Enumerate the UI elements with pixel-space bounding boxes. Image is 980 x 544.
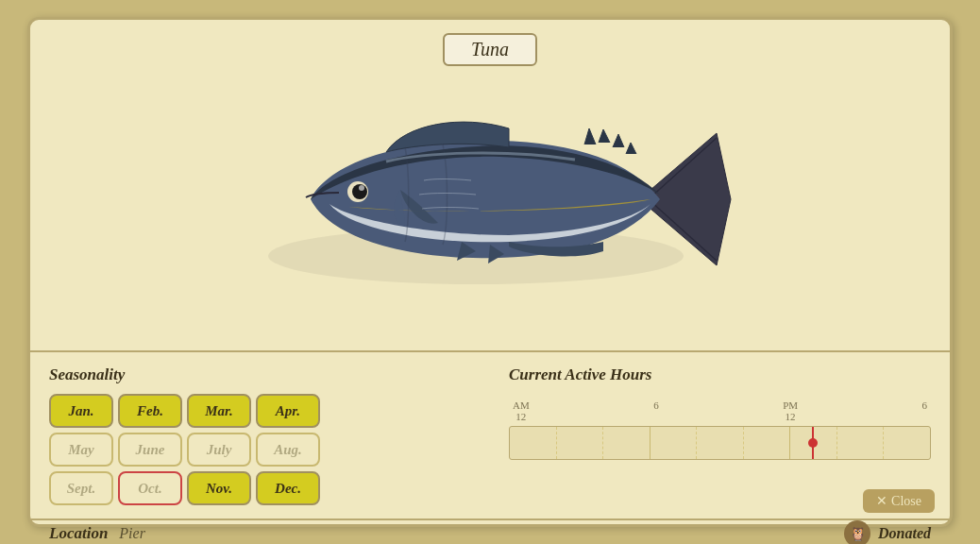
month-june: June: [118, 433, 182, 467]
donated-icon: 🦉: [844, 520, 870, 544]
month-feb: Feb.: [118, 394, 182, 428]
info-panel: Seasonality Jan. Feb. Mar. Apr. May June…: [30, 350, 950, 530]
hours-axis: AM12 6 PM12 6: [509, 400, 931, 422]
month-mar: Mar.: [187, 394, 251, 428]
fish-illustration: [216, 67, 764, 332]
month-apr: Apr.: [256, 394, 320, 428]
svg-point-3: [359, 185, 364, 191]
location-label: Location: [49, 524, 108, 543]
donated-text: Donated: [878, 525, 931, 542]
month-jan: Jan.: [49, 394, 113, 428]
month-may: May: [49, 433, 113, 467]
axis-6am: 6: [653, 400, 659, 422]
month-dec: Dec.: [256, 471, 320, 505]
fish-name-box: Tuna: [443, 33, 537, 66]
axis-am12: AM12: [513, 400, 530, 422]
month-sept: Sept.: [49, 471, 113, 505]
active-hours-title: Current Active Hours: [509, 366, 931, 384]
month-grid: Jan. Feb. Mar. Apr. May June July Aug.: [49, 394, 471, 505]
fish-name: Tuna: [471, 39, 509, 60]
tick-section-1: [510, 427, 651, 459]
hours-bar: [509, 426, 931, 460]
info-bottom: Location Pier 🦉 Donated: [30, 518, 950, 544]
fish-name-container: Tuna: [443, 33, 537, 66]
seasonality-section: Seasonality Jan. Feb. Mar. Apr. May June…: [49, 366, 471, 505]
month-oct: Oct.: [118, 471, 182, 505]
month-nov: Nov.: [187, 471, 251, 505]
hours-chart: AM12 6 PM12 6: [509, 400, 931, 466]
tick-overlay: [510, 427, 930, 459]
month-july: July: [187, 433, 251, 467]
location-value: Pier: [119, 525, 844, 542]
axis-6pm: 6: [922, 400, 928, 422]
month-aug: Aug.: [256, 433, 320, 467]
time-dot: [808, 438, 818, 448]
close-label: Close: [891, 494, 921, 509]
active-hours-section: Current Active Hours AM12 6 PM12 6: [509, 366, 931, 505]
info-top: Seasonality Jan. Feb. Mar. Apr. May June…: [30, 352, 950, 518]
donated-section: 🦉 Donated: [844, 520, 931, 544]
axis-pm12: PM12: [783, 400, 798, 422]
seasonality-title: Seasonality: [49, 366, 471, 384]
close-button[interactable]: ✕ Close: [863, 489, 935, 513]
fish-area: [30, 20, 950, 350]
fish-card: Tuna: [27, 17, 953, 527]
tick-section-2: [651, 427, 791, 459]
close-icon: ✕: [876, 493, 887, 509]
